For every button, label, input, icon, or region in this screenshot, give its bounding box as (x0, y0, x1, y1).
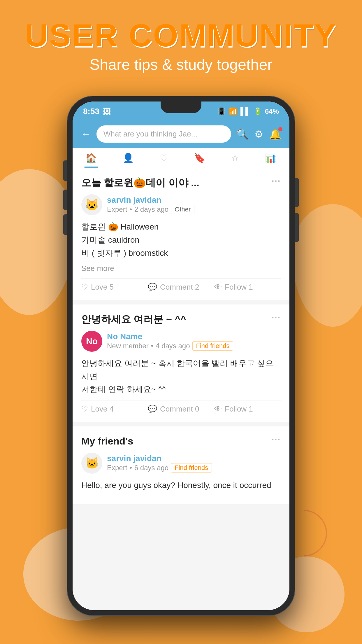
post-tag-1[interactable]: Other (171, 205, 194, 214)
post-more-button-2[interactable]: ··· (272, 313, 281, 323)
phone-frame: 8:53 🖼 📳 📶 ▌▌ 🔋 64% ← What are you think… (67, 96, 295, 615)
post-author-3: 🐱 sarvin javidan Expert • 6 days ago Fin… (81, 453, 281, 474)
nav-starred[interactable]: ☆ (231, 153, 239, 165)
post-content-1: 할로윈 🎃 Halloween 가마솥 cauldron 비 ( 빗자루 ) b… (81, 220, 281, 260)
notification-icon[interactable]: 🔔 (269, 128, 281, 140)
app-header: ← What are you thinking Jae... 🔍 ⚙ 🔔 (73, 121, 289, 148)
love-label-2: Love 4 (91, 405, 114, 414)
love-action-2[interactable]: ♡ Love 4 (81, 405, 148, 414)
post-divider-2 (81, 400, 281, 400)
post-title-1: 오늘 할로윈🎃데이 이야 ... ··· (81, 176, 281, 189)
post-time-3: 6 days ago (134, 464, 168, 472)
header-icons: 🔍 ⚙ 🔔 (236, 128, 281, 140)
phone-screen: 8:53 🖼 📳 📶 ▌▌ 🔋 64% ← What are you think… (73, 102, 289, 610)
follow-label-2: Follow 1 (225, 405, 253, 414)
wifi-icon: 📶 (229, 107, 238, 116)
author-level-3: Expert (107, 464, 127, 472)
content-line-2-1: 안녕하세요 여러분 ~ 혹시 한국어을 빨리 배우고 싶으시면 (81, 357, 281, 383)
follow-action-2[interactable]: 👁 Follow 1 (214, 405, 281, 414)
post-author-2: No No Name New member • 4 days ago Find … (81, 331, 281, 352)
author-level-2: New member (107, 342, 149, 350)
author-meta-2: New member • 4 days ago Find friends (107, 341, 281, 351)
post-title-text-3: My friend's (81, 435, 272, 447)
author-info-1: sarvin javidan Expert • 2 days ago Other (107, 195, 281, 214)
subtitle: Share tips & study together (0, 56, 362, 73)
comment-icon-2: 💬 (148, 405, 157, 414)
post-more-button-1[interactable]: ··· (272, 176, 281, 186)
settings-icon[interactable]: ⚙ (254, 128, 263, 140)
content-line-3-1: Hello, are you guys okay? Honestly, once… (81, 479, 281, 492)
post-tag-2[interactable]: Find friends (192, 341, 233, 351)
love-label-1: Love 5 (91, 283, 114, 292)
signal-icon: ▌▌ (240, 107, 250, 116)
author-info-2: No Name New member • 4 days ago Find fri… (107, 332, 281, 351)
status-left: 8:53 🖼 (83, 107, 110, 116)
bg-blob-left (0, 169, 76, 315)
nav-favorites[interactable]: ♡ (160, 153, 168, 165)
search-input[interactable]: What are you thinking Jae... (96, 125, 231, 143)
battery-pct: 64% (265, 107, 279, 116)
author-name-3[interactable]: sarvin javidan (107, 454, 281, 463)
post-time-1: 2 days ago (134, 205, 168, 214)
bg-blob-right (292, 204, 362, 327)
comment-action-2[interactable]: 💬 Comment 0 (148, 405, 214, 414)
post-content-2: 안녕하세요 여러분 ~ 혹시 한국어을 빨리 배우고 싶으시면 저한테 연락 하… (81, 357, 281, 396)
comment-action-1[interactable]: 💬 Comment 2 (148, 283, 214, 292)
post-more-button-3[interactable]: ··· (272, 435, 281, 444)
author-name-2[interactable]: No Name (107, 332, 281, 341)
author-avatar-2: No (81, 331, 102, 352)
battery-icon: 🔋 (253, 107, 262, 116)
post-title-text-1: 오늘 할로윈🎃데이 이야 ... (81, 176, 272, 189)
bg-squiggle-decoration (304, 510, 327, 556)
main-title: USER COMMUNITY (0, 18, 362, 53)
comment-label-1: Comment 2 (160, 283, 199, 292)
content-line-2-2: 저한테 연락 하세요~ ^^ (81, 383, 281, 396)
post-author-1: 🐱 sarvin javidan Expert • 2 days ago Oth… (81, 194, 281, 215)
back-button[interactable]: ← (81, 128, 91, 140)
author-meta-1: Expert • 2 days ago Other (107, 205, 281, 214)
author-meta-3: Expert • 6 days ago Find friends (107, 463, 281, 473)
author-level-1: Expert (107, 205, 127, 214)
comment-label-2: Comment 0 (160, 405, 199, 414)
post-content-3: Hello, are you guys okay? Honestly, once… (81, 479, 281, 492)
notification-dot (278, 127, 282, 131)
phone-notch (161, 102, 201, 113)
follow-action-1[interactable]: 👁 Follow 1 (214, 283, 281, 292)
nav-profile[interactable]: 👤 (122, 153, 134, 165)
star-icon: ☆ (231, 153, 239, 164)
meta-dot-3: • (129, 464, 132, 472)
content-line-1-1: 할로윈 🎃 Halloween (81, 220, 281, 234)
author-avatar-3: 🐱 (81, 453, 102, 474)
nav-home[interactable]: 🏠 (85, 153, 97, 165)
meta-dot-2: • (151, 342, 153, 350)
post-actions-1: ♡ Love 5 💬 Comment 2 👁 Follow 1 (81, 283, 281, 292)
post-title-2: 안녕하세요 여러분 ~ ^^ ··· (81, 313, 281, 326)
post-title-text-2: 안녕하세요 여러분 ~ ^^ (81, 313, 272, 326)
post-time-2: 4 days ago (156, 342, 190, 350)
stats-icon: 📊 (265, 153, 277, 164)
author-avatar-1: 🐱 (81, 194, 102, 215)
author-name-1[interactable]: sarvin javidan (107, 195, 281, 205)
profile-icon: 👤 (122, 153, 134, 164)
status-photo-icon: 🖼 (103, 107, 110, 116)
status-time: 8:53 (83, 107, 99, 116)
post-card-2: 안녕하세요 여러분 ~ ^^ ··· No No Name New member… (73, 304, 289, 422)
comment-icon-1: 💬 (148, 283, 157, 292)
meta-dot-1: • (129, 205, 132, 214)
vibrate-icon: 📳 (217, 107, 226, 116)
post-tag-3[interactable]: Find friends (171, 463, 212, 473)
nav-bookmarks[interactable]: 🔖 (194, 153, 205, 165)
search-icon[interactable]: 🔍 (236, 128, 249, 140)
content-line-1-2: 가마솥 cauldron (81, 234, 281, 247)
love-icon-1: ♡ (81, 283, 88, 292)
bottom-nav: 🏠 👤 ♡ 🔖 ☆ 📊 (73, 148, 289, 168)
see-more-1[interactable]: See more (81, 264, 281, 273)
phone-wrapper: 8:53 🖼 📳 📶 ▌▌ 🔋 64% ← What are you think… (67, 96, 295, 615)
follow-label-1: Follow 1 (225, 283, 253, 292)
feed: 오늘 할로윈🎃데이 이야 ... ··· 🐱 sarvin javidan Ex… (73, 168, 289, 606)
post-card-3: My friend's ··· 🐱 sarvin javidan Expert … (73, 426, 289, 504)
nav-stats[interactable]: 📊 (265, 153, 277, 165)
follow-icon-2: 👁 (214, 405, 222, 414)
content-line-1-3: 비 ( 빗자루 ) broomstick (81, 247, 281, 260)
love-action-1[interactable]: ♡ Love 5 (81, 283, 148, 292)
